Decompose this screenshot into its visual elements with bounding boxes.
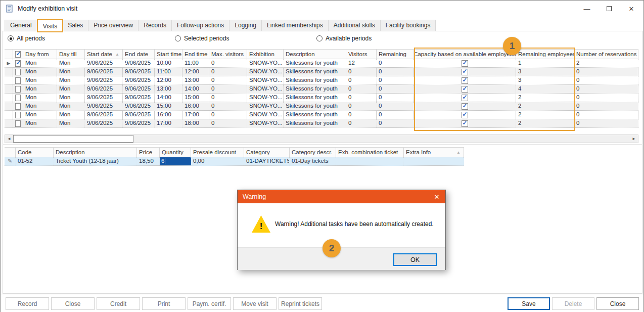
tab-linked-memberships[interactable]: Linked memberships — [262, 20, 329, 31]
radio-option-selected-periods[interactable]: Selected periods — [175, 35, 229, 42]
cell-description[interactable]: Skilessons for youth — [284, 68, 346, 76]
cell-end_time[interactable]: 12:00 — [182, 68, 209, 76]
cell-day_till[interactable]: Mon — [57, 76, 85, 84]
cell-start_date[interactable]: 9/06/2025 — [85, 102, 123, 110]
row-checkbox[interactable] — [462, 95, 468, 101]
column-header-max_visitors[interactable]: Max. visitors — [209, 50, 247, 59]
cell-visitors[interactable]: 0 — [346, 85, 377, 93]
column-header-cat_descr[interactable]: Category descr. — [290, 148, 336, 157]
cell-ind[interactable] — [5, 85, 13, 93]
cell-description[interactable]: Skilessons for youth — [284, 76, 346, 84]
cell-start_date[interactable]: 9/06/2025 — [85, 59, 123, 67]
cell-start_time[interactable]: 10:00 — [155, 59, 182, 67]
cell-day_from[interactable]: Mon — [23, 85, 57, 93]
cell-rem_employees[interactable]: 2 — [516, 94, 574, 102]
cell-day_from[interactable]: Mon — [23, 59, 57, 67]
column-header-category[interactable]: Category — [244, 148, 290, 157]
table-row[interactable]: ▶MonMon9/06/20259/06/202510:0011:000SNOW… — [5, 59, 638, 68]
table-row[interactable]: MonMon9/06/20259/06/202514:0015:000SNOW-… — [5, 94, 638, 102]
cell-visitors[interactable]: 0 — [346, 119, 377, 127]
cell-rowhdr[interactable]: ✎ — [5, 157, 16, 165]
cell-extra[interactable] — [404, 157, 464, 165]
paym-certif--button[interactable]: Paym. certif. — [188, 297, 231, 310]
cell-rem_employees[interactable]: 2 — [516, 111, 574, 119]
cell-end_time[interactable]: 11:00 — [182, 59, 209, 67]
cell-capacity[interactable] — [414, 85, 516, 93]
cell-day_till[interactable]: Mon — [57, 59, 85, 67]
cell-remaining[interactable]: 0 — [377, 68, 414, 76]
cell-day_till[interactable]: Mon — [57, 68, 85, 76]
cell-ind[interactable] — [5, 68, 13, 76]
cell-day_from[interactable]: Mon — [23, 68, 57, 76]
cell-quantity[interactable]: 6 — [160, 157, 191, 165]
cell-remaining[interactable]: 0 — [377, 59, 414, 67]
maximize-icon[interactable] — [598, 1, 620, 17]
column-header-day_from[interactable]: Day from — [23, 50, 57, 59]
cell-reservations[interactable]: 0 — [574, 119, 638, 127]
tab-sales[interactable]: Sales — [63, 20, 88, 31]
cell-end_time[interactable]: 13:00 — [182, 76, 209, 84]
cell-description[interactable]: Skilessons for youth — [284, 94, 346, 102]
move-visit-button[interactable]: Move visit — [233, 297, 277, 310]
radio-option-all-periods[interactable]: All periods — [8, 35, 45, 42]
column-header-end_time[interactable]: End time — [182, 50, 209, 59]
cell-exhibition[interactable]: SNOW-YO... — [247, 59, 284, 67]
cell-rem_employees[interactable]: 1 — [516, 59, 574, 67]
close-button[interactable]: Close — [596, 297, 639, 310]
cell-description[interactable]: Skilessons for youth — [284, 59, 346, 67]
row-checkbox[interactable] — [462, 60, 468, 67]
cell-rem_employees[interactable]: 3 — [516, 76, 574, 84]
cell-end_date[interactable]: 9/06/2025 — [123, 59, 155, 67]
cell-max_visitors[interactable]: 0 — [209, 85, 247, 93]
cell-start_date[interactable]: 9/06/2025 — [85, 85, 123, 93]
cell-day_till[interactable]: Mon — [57, 111, 85, 119]
column-header-start_time[interactable]: Start time — [155, 50, 182, 59]
cell-exhibition[interactable]: SNOW-YO... — [247, 102, 284, 110]
cell-price[interactable]: 18,50 — [137, 157, 160, 165]
cell-start_date[interactable]: 9/06/2025 — [85, 76, 123, 84]
close-icon[interactable]: ✕ — [620, 1, 642, 17]
tab-facility-bookings[interactable]: Facility bookings — [381, 20, 436, 31]
cell-start_time[interactable]: 14:00 — [155, 94, 182, 102]
row-checkbox[interactable] — [15, 60, 21, 67]
table-row[interactable]: MonMon9/06/20259/06/202513:0014:000SNOW-… — [5, 85, 638, 94]
cell-day_till[interactable]: Mon — [57, 85, 85, 93]
record-button[interactable]: Record — [6, 297, 49, 310]
column-header-quantity[interactable]: Quantity — [160, 148, 191, 157]
save-button[interactable]: Save — [508, 297, 550, 310]
cell-day_from[interactable]: Mon — [23, 111, 57, 119]
cell-day_till[interactable]: Mon — [57, 119, 85, 127]
table-row[interactable]: MonMon9/06/20259/06/202516:0017:000SNOW-… — [5, 111, 638, 119]
row-checkbox[interactable] — [15, 112, 21, 118]
cell-category[interactable]: 01-DAYTICKETS — [244, 157, 290, 165]
delete-button[interactable]: Delete — [552, 297, 594, 310]
cell-max_visitors[interactable]: 0 — [209, 102, 247, 110]
cell-capacity[interactable] — [414, 59, 516, 67]
reprint-tickets-button[interactable]: Reprint tickets — [279, 297, 322, 310]
table-row[interactable]: MonMon9/06/20259/06/202517:0018:000SNOW-… — [5, 119, 638, 128]
cell-remaining[interactable]: 0 — [377, 94, 414, 102]
column-header-end_date[interactable]: End date — [123, 50, 155, 59]
cell-reservations[interactable]: 0 — [574, 111, 638, 119]
cell-start_date[interactable]: 9/06/2025 — [85, 68, 123, 76]
column-header-code[interactable]: Code — [16, 148, 54, 157]
cell-description[interactable]: Skilessons for youth — [284, 102, 346, 110]
cell-day_till[interactable]: Mon — [57, 94, 85, 102]
row-checkbox[interactable] — [462, 86, 468, 93]
cell-max_visitors[interactable]: 0 — [209, 76, 247, 84]
cell-visitors[interactable]: 0 — [346, 102, 377, 110]
cell-reservations[interactable]: 2 — [574, 59, 638, 67]
column-header-exh_comb[interactable]: Exh. combination ticket — [336, 148, 404, 157]
row-checkbox[interactable] — [15, 95, 21, 101]
column-header-description[interactable]: Description — [54, 148, 137, 157]
column-header-visitors[interactable]: Visitors — [346, 50, 377, 59]
cell-checked[interactable] — [13, 76, 23, 84]
column-header-presale[interactable]: Presale discount — [191, 148, 244, 157]
cell-day_from[interactable]: Mon — [23, 94, 57, 102]
horizontal-scrollbar[interactable]: ◄ ► — [5, 135, 638, 143]
cell-day_from[interactable]: Mon — [23, 76, 57, 84]
row-checkbox[interactable] — [462, 120, 468, 127]
scroll-left-icon[interactable]: ◄ — [5, 135, 13, 143]
scrollbar-thumb[interactable] — [13, 135, 133, 143]
cell-description[interactable]: Skilessons for youth — [284, 119, 346, 127]
